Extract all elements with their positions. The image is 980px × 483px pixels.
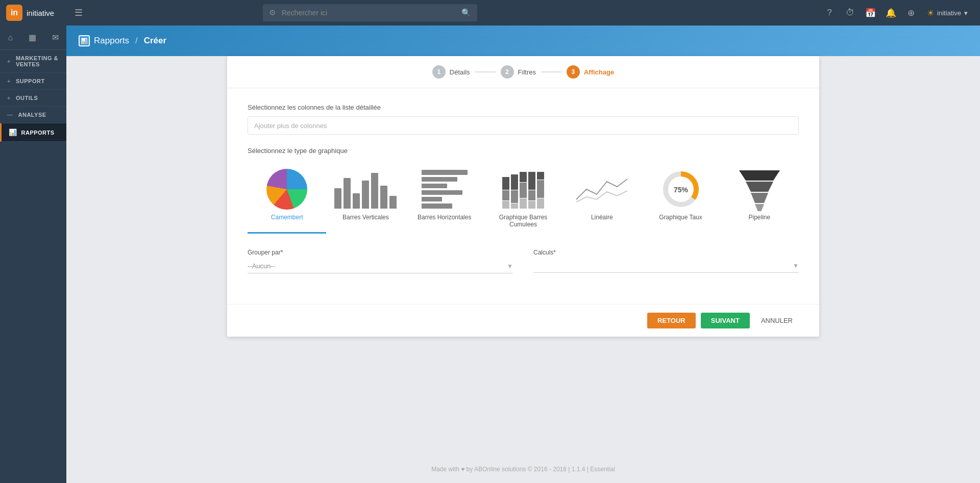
calendar-button[interactable]: 📅 [862,4,879,21]
logo-icon: in [6,5,22,21]
search-input[interactable] [278,9,461,17]
chart-type-label: Sélectionnez le type de graphique [248,147,799,155]
grouper-label: Grouper par* [248,249,513,256]
back-button[interactable]: RETOUR [647,313,696,328]
chart-type-pipeline[interactable]: Pipeline [720,163,799,234]
add-button[interactable]: ⊕ [902,4,920,21]
chart-type-graphique-taux[interactable]: 75% Graphique Taux [641,163,720,234]
step-connector-1 [475,71,496,72]
lineaire-label: Linéaire [591,214,613,221]
pipeline-label: Pipeline [748,214,770,221]
page-header: 📊 Rapports / Créer [66,26,980,56]
sidebar-item-outils[interactable]: + OUTILS [0,90,66,107]
mail-icon[interactable]: ✉ [50,31,61,44]
step-bar: 1 Détails 2 Filtres 3 Affichage [227,56,819,88]
taux-preview: 75% [650,169,712,210]
lineaire-preview [571,169,632,210]
cancel-button[interactable]: ANNULER [755,313,799,328]
chart-types: Camembert [248,163,799,234]
calculs-arrow-icon: ▼ [793,262,799,269]
step-filtres: 2 Filtres [501,65,536,79]
content-area: 1 Détails 2 Filtres 3 Affichage [66,56,980,483]
user-avatar-icon: ☀ [927,8,934,18]
step-affichage: 3 Affichage [567,65,614,79]
form-actions: RETOUR SUIVANT ANNULER [227,304,819,337]
grouper-field: Grouper par* --Aucun-- ▼ [248,249,513,273]
columns-input[interactable]: Ajouter plus de colonnes [248,116,799,135]
bar-v-visual [334,170,397,209]
taux-label: Graphique Taux [659,214,702,221]
svg-marker-6 [755,204,764,211]
svg-marker-3 [739,170,780,181]
sidebar-section: + MARKETING & VENTES + SUPPORT + OUTILS … [0,50,66,142]
plus-icon: + [7,58,11,64]
columns-section-label: Sélectionnez les colonnes de la liste dé… [248,104,799,111]
barres-h-label: Barres Horizontales [418,214,471,221]
calendar-icon[interactable]: ▦ [27,31,38,44]
barres-c-preview [493,169,554,210]
step-details: 1 Détails [432,65,470,79]
search-icon[interactable]: 🔍 [461,8,471,17]
line-chart-visual [574,171,630,207]
step-label-2: Filtres [518,68,536,76]
history-button[interactable]: ⏱ [841,4,859,21]
filter-icon[interactable]: ⚙ [269,8,276,17]
breadcrumb-section: Rapports [94,36,129,46]
barres-h-preview [414,169,475,210]
sidebar-item-label: SUPPORT [16,78,45,84]
help-button[interactable]: ? [821,4,838,21]
step-label-3: Affichage [584,68,614,76]
grouper-value: --Aucun-- [248,262,275,270]
step-circle-1: 1 [432,65,446,79]
chart-type-barres-cumulees[interactable]: Graphique Barres Cumulees [484,163,562,234]
chart-type-lineaire[interactable]: Linéaire [562,163,641,234]
chart-type-barres-verticales[interactable]: Barres Verticales [326,163,405,234]
search-bar: ⚙ 🔍 [263,4,477,21]
step-label-1: Détails [450,68,470,76]
footer-text: Made with ♥ by ABOnline solutions © 2016… [431,466,615,473]
chart-type-barres-horizontales[interactable]: Barres Horizontales [405,163,484,234]
pie-chart-visual [266,169,307,210]
username: initiative [937,9,961,17]
sidebar-item-support[interactable]: + SUPPORT [0,73,66,90]
pipeline-preview [729,169,790,210]
app-name: initiative [27,9,54,17]
grouper-arrow-icon: ▼ [507,263,513,270]
sidebar-item-label: OUTILS [16,95,38,101]
page-header-icon: 📊 [79,35,90,46]
home-icon[interactable]: ⌂ [6,31,15,44]
form-body: Sélectionnez les colonnes de la liste dé… [227,88,819,304]
barres-c-label: Graphique Barres Cumulees [488,214,558,228]
notifications-button[interactable]: 🔔 [882,4,899,21]
step-circle-2: 2 [501,65,514,79]
logo-area: in initiative [0,0,66,26]
sidebar-top-icons: ⌂ ▦ ✉ [0,26,66,50]
funnel-visual [737,168,782,211]
svg-marker-4 [746,182,773,192]
sidebar-item-marketing[interactable]: + MARKETING & VENTES [0,50,66,73]
nav-right: ? ⏱ 📅 🔔 ⊕ ☀ initiative ▾ [821,4,980,21]
barres-v-label: Barres Verticales [342,214,389,221]
next-button[interactable]: SUIVANT [701,313,750,328]
grouper-select[interactable]: --Aucun-- ▼ [248,259,513,273]
minus-icon: — [7,112,13,118]
breadcrumb-page: Créer [144,36,166,46]
chart-type-camembert[interactable]: Camembert [248,163,326,234]
svg-marker-5 [751,193,768,203]
sidebar-item-rapports[interactable]: 📊 Rapports [0,123,66,142]
sidebar-item-analyse[interactable]: — ANALYSE [0,107,66,123]
calculs-field: Calculs* ▼ [533,249,799,273]
bar-h-visual [422,170,468,209]
main-content: 📊 Rapports / Créer 1 Détails 2 Fi [66,26,980,483]
sidebar-item-label: Rapports [21,130,55,136]
user-menu[interactable]: ☀ initiative ▾ [923,6,972,20]
calculs-label: Calculs* [533,249,799,256]
breadcrumb-separator: / [135,36,138,46]
menu-button[interactable]: ☰ [66,0,91,26]
svg-text:75%: 75% [674,186,689,194]
report-icon: 📊 [9,129,17,136]
columns-placeholder: Ajouter plus de colonnes [254,122,327,130]
calculs-select[interactable]: ▼ [533,259,799,273]
step-circle-3: 3 [567,65,580,79]
bottom-fields: Grouper par* --Aucun-- ▼ Calculs* ▼ [248,249,799,273]
